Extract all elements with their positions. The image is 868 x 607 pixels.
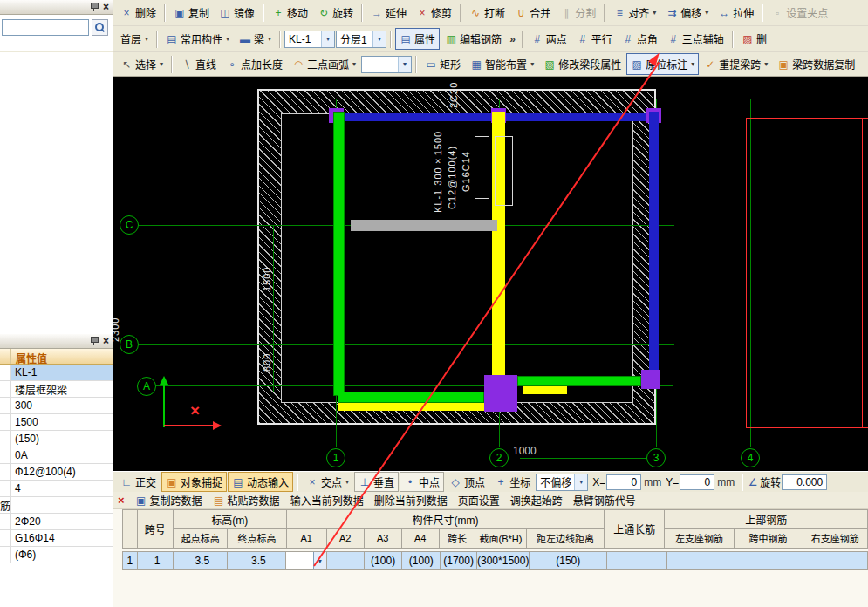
copy-button[interactable]: ▣复制: [169, 2, 214, 24]
a1-cell-editing[interactable]: ▾: [286, 552, 326, 570]
chevron-down-icon[interactable]: ▾: [313, 552, 326, 569]
property-row[interactable]: KL-1: [0, 365, 113, 381]
table-row[interactable]: 1 1 3.5 3.5 ▾ (100) (100) (1700) (300*15…: [123, 552, 868, 570]
close-icon[interactable]: ×: [103, 337, 109, 345]
span-data-copy-button[interactable]: ▣梁跨数据复制: [773, 53, 859, 75]
rectangle-button[interactable]: ▭矩形: [420, 53, 465, 75]
paste-span-data-button[interactable]: ▤粘贴跨数据: [213, 493, 280, 508]
start-elevation-cell[interactable]: 3.5: [174, 552, 228, 570]
clipped-delete-axis-button[interactable]: ▨删: [737, 28, 771, 50]
row-selector-cell[interactable]: 1: [123, 552, 138, 570]
top-through-cell[interactable]: [607, 552, 667, 570]
property-value[interactable]: KL-1: [11, 365, 113, 380]
section-cell[interactable]: (300*1500): [477, 552, 530, 570]
top-through-rebar-header[interactable]: 上通长筋: [605, 510, 665, 549]
mid-span-cell[interactable]: [735, 552, 803, 570]
close-icon[interactable]: ×: [103, 3, 109, 11]
column-header-dist-left-edge[interactable]: 距左边线距离: [526, 529, 604, 549]
beam-bottom-green-left[interactable]: [338, 392, 484, 403]
intersection-snap-toggle[interactable]: ×交点▾: [302, 472, 353, 492]
point-angle-axis-button[interactable]: #点角: [618, 28, 662, 50]
rotate-input[interactable]: 0.000: [782, 474, 827, 490]
column-header-a4[interactable]: A4: [401, 529, 439, 549]
beam-gray-horizontal[interactable]: [351, 220, 497, 231]
delete-button[interactable]: ×删除: [116, 2, 161, 24]
property-row[interactable]: 楼层框架梁: [0, 381, 113, 398]
chevron-down-icon[interactable]: ▾: [398, 57, 411, 72]
top-rebar-group-header[interactable]: 上部钢筋: [665, 510, 868, 529]
property-value[interactable]: G16Φ14: [11, 530, 113, 546]
a1-edit-combo[interactable]: ▾: [286, 552, 325, 569]
floor-level-dropdown[interactable]: 首层▾: [116, 28, 153, 50]
move-button[interactable]: +移动: [268, 2, 312, 24]
axis-bubble-A[interactable]: A: [137, 377, 156, 396]
beam-bottom-yellow-right[interactable]: [523, 386, 567, 394]
property-value[interactable]: Φ12@100(4): [11, 464, 113, 480]
property-row[interactable]: (Φ6): [0, 547, 113, 563]
perpendicular-snap-toggle[interactable]: ⊥垂直: [354, 472, 399, 492]
chevron-down-icon[interactable]: ▾: [321, 31, 334, 47]
column-header-end-elevation[interactable]: 终点标高: [228, 529, 286, 549]
component-name-combo[interactable]: KL-1▾: [284, 31, 335, 48]
line-button[interactable]: ∖直线: [176, 53, 221, 75]
y-input[interactable]: 0: [680, 474, 714, 490]
beam-bottom-green-right[interactable]: [517, 376, 641, 386]
span-no-header[interactable]: 跨号: [137, 510, 173, 549]
axis-bubble-4[interactable]: 4: [741, 448, 760, 467]
property-value[interactable]: 300: [11, 398, 113, 413]
beam-dropdown[interactable]: ▬梁▾: [235, 28, 276, 50]
property-row[interactable]: 300: [0, 398, 113, 414]
column-header-section[interactable]: 截面(B*H): [475, 529, 527, 549]
a2-cell[interactable]: [326, 552, 364, 570]
span-length-cell[interactable]: (1700): [441, 552, 477, 570]
extend-button[interactable]: →延伸: [366, 2, 411, 24]
x-input[interactable]: 0: [606, 474, 641, 490]
column-node-purple[interactable]: [641, 370, 660, 389]
layer-combo[interactable]: 分层1▾: [336, 31, 386, 48]
column-header-a2[interactable]: A2: [326, 529, 364, 549]
property-value[interactable]: (150): [11, 431, 113, 447]
column-header-a1[interactable]: A1: [286, 529, 326, 549]
size-group-header[interactable]: 构件尺寸(mm): [286, 510, 604, 529]
end-elevation-cell[interactable]: 3.5: [228, 552, 286, 570]
property-row[interactable]: 1500: [0, 414, 113, 431]
vertex-snap-toggle[interactable]: ◇顶点: [445, 472, 489, 492]
blank-combo[interactable]: ▾: [361, 56, 412, 73]
modify-beam-segment-button[interactable]: ▧修改梁段属性: [539, 53, 625, 75]
delete-current-column-button[interactable]: 删除当前列数据: [374, 493, 448, 508]
in-situ-annotation-button[interactable]: ▨原位标注▾: [626, 53, 699, 75]
two-point-axis-button[interactable]: #两点: [527, 28, 571, 50]
right-support-cell[interactable]: [803, 552, 868, 570]
point-add-length-button[interactable]: ∘点加长度: [222, 53, 287, 75]
offset-button[interactable]: ⇉偏移▾: [661, 2, 713, 24]
mirror-button[interactable]: ◫镜像: [215, 2, 259, 24]
property-value[interactable]: 1500: [11, 414, 113, 430]
input-current-column-button[interactable]: 输入当前列数据: [290, 493, 364, 508]
cad-canvas[interactable]: 2C20 KL-1 300×1500 C12@100(4) G16C14 150…: [113, 77, 868, 471]
column-node-purple-large[interactable]: [484, 375, 517, 412]
beam-right-blue[interactable]: [649, 112, 659, 389]
component-list-panel[interactable]: [0, 52, 113, 334]
ortho-toggle[interactable]: ∟正交: [116, 472, 161, 492]
property-value[interactable]: 0A: [11, 447, 113, 463]
toolbar-overflow-chevron[interactable]: »: [507, 33, 518, 45]
axis-bubble-2[interactable]: 2: [489, 448, 509, 467]
span-no-cell[interactable]: 1: [137, 552, 173, 570]
dynamic-input-toggle[interactable]: ▤动态输入: [228, 472, 293, 492]
property-row[interactable]: 4: [0, 481, 113, 497]
property-row[interactable]: (150): [0, 431, 113, 447]
close-span-table-button[interactable]: ×: [118, 494, 125, 507]
edit-rebar-button[interactable]: ▥编辑钢筋: [441, 28, 506, 50]
copy-span-data-button[interactable]: ▣复制跨数据: [135, 493, 202, 508]
break-button[interactable]: ∿打断: [465, 2, 509, 24]
chevron-down-icon[interactable]: ▾: [574, 474, 587, 490]
three-point-arc-button[interactable]: ◠三点画弧▾: [288, 53, 360, 75]
property-value[interactable]: 4: [11, 481, 113, 496]
align-button[interactable]: ≡对齐▾: [609, 2, 660, 24]
column-header-left-support[interactable]: 左支座钢筋: [665, 529, 734, 549]
axis-bubble-3[interactable]: 3: [646, 448, 666, 467]
beam-left-green[interactable]: [333, 112, 345, 396]
property-row[interactable]: 0A: [0, 447, 113, 464]
properties-button[interactable]: ▤属性: [395, 28, 440, 50]
property-row[interactable]: 筋: [0, 497, 113, 514]
